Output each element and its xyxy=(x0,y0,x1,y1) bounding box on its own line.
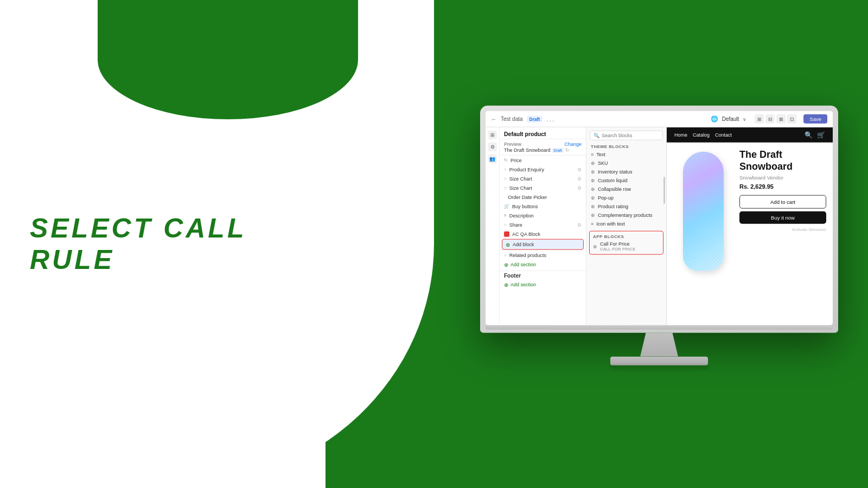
preview-product-name: The Draft Snowboard xyxy=(504,147,551,153)
product-title: The Draft Snowboard xyxy=(739,149,826,172)
app-blocks-title: APP BLOCKS xyxy=(590,233,663,240)
snowboard-image xyxy=(683,152,724,271)
settings-icon-2[interactable]: ⚙ xyxy=(577,185,582,190)
product-info: The Draft Snowboard Snowboard Vendor Rs.… xyxy=(739,149,826,319)
settings-icon[interactable]: ⚙ xyxy=(577,166,582,172)
footer-add-section-button[interactable]: ⊕ Add section xyxy=(500,280,586,290)
ac-qa-icon xyxy=(504,231,509,236)
block-item-sku[interactable]: ⊕ SKU xyxy=(586,159,666,168)
back-icon[interactable]: ← xyxy=(491,115,497,122)
nav-catalog[interactable]: Catalog xyxy=(693,132,710,138)
shop-nav: Home Catalog Contact xyxy=(674,132,732,138)
save-button[interactable]: Save xyxy=(803,114,827,124)
view-icon-4[interactable]: ⊡ xyxy=(787,114,796,124)
sidebar-item[interactable]: ○ Product Enquiry ⚙ xyxy=(500,165,586,174)
sidebar-item[interactable]: ○ Size Chart ⚙ xyxy=(500,183,586,192)
monitor-bezel: ← Test data Draft ... 🌐 Default ∨ ⊞ ⊟ ⊠ … xyxy=(480,106,838,333)
description-icon: ≡ xyxy=(504,213,507,218)
size-chart-icon: ○ xyxy=(504,176,507,181)
settings-icon[interactable]: ⚙ xyxy=(577,176,582,181)
preview-panel: Home Catalog Contact 🔍 🛒 xyxy=(667,127,833,325)
block-item-inventory[interactable]: ⊕ Inventory status xyxy=(586,168,666,176)
sidebar-item[interactable]: ↻ Price xyxy=(500,156,586,165)
complementary-icon: ⊕ xyxy=(591,213,595,218)
icon-text-icon: ≡ xyxy=(591,221,593,227)
sidebar-item[interactable]: ○ Share ⚙ xyxy=(500,220,586,229)
app-blocks-section: APP BLOCKS ⊕ Call For Price CALL FOR PRI… xyxy=(589,231,663,255)
sidebar-item[interactable]: AC QA Block xyxy=(500,229,586,239)
sidebar-icon-people[interactable]: 👥 xyxy=(488,155,497,163)
add-block-item[interactable]: ⊕ Add block xyxy=(502,239,584,250)
sidebar-item[interactable]: ○ Related products xyxy=(500,251,586,260)
cart-nav-icon[interactable]: 🛒 xyxy=(817,131,825,139)
block-item-popup[interactable]: ⊕ Pop-up xyxy=(586,194,666,202)
add-block-icon: ⊕ xyxy=(506,241,510,247)
call-for-price-icon: ⊕ xyxy=(593,243,597,249)
sidebar-title: Default product xyxy=(504,131,582,137)
search-blocks-input[interactable] xyxy=(602,133,659,138)
footer-add-section-icon: ⊕ xyxy=(504,281,508,287)
rating-icon: ⊕ xyxy=(591,204,595,209)
block-item-custom-liquid[interactable]: ⊕ Custom liquid xyxy=(586,176,666,185)
add-section-button[interactable]: ⊕ Add section xyxy=(500,260,586,269)
sidebar-item[interactable]: ○ Size Chart ⚙ xyxy=(500,174,586,183)
buy-buttons-icon: 🛒 xyxy=(504,204,509,209)
add-section-icon: ⊕ xyxy=(504,261,508,267)
nav-home[interactable]: Home xyxy=(674,132,687,138)
product-image-container xyxy=(673,149,733,319)
draft-badge: Draft xyxy=(527,115,543,122)
collapsible-icon: ⊕ xyxy=(591,187,595,192)
related-icon: ○ xyxy=(504,253,507,258)
view-icon-2[interactable]: ⊟ xyxy=(765,114,775,124)
product-price: Rs. 2,629.95 xyxy=(739,183,826,190)
settings-icon-share[interactable]: ⚙ xyxy=(577,222,582,227)
monitor-container: ← Test data Draft ... 🌐 Default ∨ ⊞ ⊟ ⊠ … xyxy=(480,106,838,372)
enquiry-icon: ○ xyxy=(504,167,507,172)
preview-change-button[interactable]: Change xyxy=(564,142,582,147)
text-block-icon: ≡ xyxy=(591,152,593,157)
activate-windows-text: Activate Windows xyxy=(739,227,826,232)
sidebar-icon-strip: ⊞ ⚙ 👥 xyxy=(486,127,500,325)
icon-row: ⊞ ⊟ ⊠ ⊡ xyxy=(755,114,796,124)
sidebar-item[interactable]: 🛒 Buy buttons xyxy=(500,202,586,211)
monitor-reflection xyxy=(610,365,708,372)
dots-menu[interactable]: ... xyxy=(546,115,555,123)
sidebar-icon-settings[interactable]: ⚙ xyxy=(488,143,497,151)
preview-label: Preview xyxy=(504,142,521,147)
view-icon-1[interactable]: ⊞ xyxy=(755,114,764,124)
block-item-collapsible[interactable]: ⊕ Collapsible row xyxy=(586,185,666,194)
footer-label: Footer xyxy=(504,273,521,279)
block-item-call-for-price[interactable]: ⊕ Call For Price CALL FOR PRICE xyxy=(590,240,663,253)
block-item-text[interactable]: ≡ Text xyxy=(586,150,666,159)
search-icon: 🔍 xyxy=(593,133,599,138)
search-nav-icon[interactable]: 🔍 xyxy=(805,131,813,139)
sidebar: Default product Preview Change The Draft… xyxy=(500,127,586,325)
chevron-down-icon[interactable]: ∨ xyxy=(743,116,746,121)
monitor-neck xyxy=(640,333,678,357)
block-item-icon-text[interactable]: ≡ Icon with text xyxy=(586,220,666,228)
block-item-rating[interactable]: ⊕ Product rating xyxy=(586,202,666,211)
block-item-complementary[interactable]: ⊕ Complementary products xyxy=(586,211,666,220)
inventory-icon: ⊕ xyxy=(591,169,595,175)
custom-liquid-icon: ⊕ xyxy=(591,178,595,183)
sidebar-item[interactable]: · Order Date Picker xyxy=(500,192,586,202)
date-picker-icon: · xyxy=(504,195,505,200)
sku-icon: ⊕ xyxy=(591,160,595,166)
blocks-panel: 🔍 THEME BLOCKS ≡ Text ⊕ SKU xyxy=(586,127,667,325)
size-chart-2-icon: ○ xyxy=(504,185,507,190)
theme-blocks-title: THEME BLOCKS xyxy=(586,142,666,150)
share-icon: ○ xyxy=(504,222,507,227)
buy-now-button[interactable]: Buy it now xyxy=(739,211,826,224)
scrollbar xyxy=(663,177,665,204)
test-data-label: Test data xyxy=(501,116,523,122)
default-label: Default xyxy=(722,116,739,122)
product-area: The Draft Snowboard Snowboard Vendor Rs.… xyxy=(667,143,833,325)
refresh-icon[interactable]: ↻ xyxy=(565,147,570,153)
sidebar-item[interactable]: ≡ Description xyxy=(500,211,586,220)
hero-text: Select Call Rule xyxy=(30,213,290,275)
add-to-cart-button[interactable]: Add to cart xyxy=(739,195,826,209)
view-icon-3[interactable]: ⊠ xyxy=(776,114,786,124)
globe-icon: 🌐 xyxy=(711,115,718,123)
sidebar-icon-layout[interactable]: ⊞ xyxy=(488,131,497,139)
nav-contact[interactable]: Contact xyxy=(715,132,732,138)
